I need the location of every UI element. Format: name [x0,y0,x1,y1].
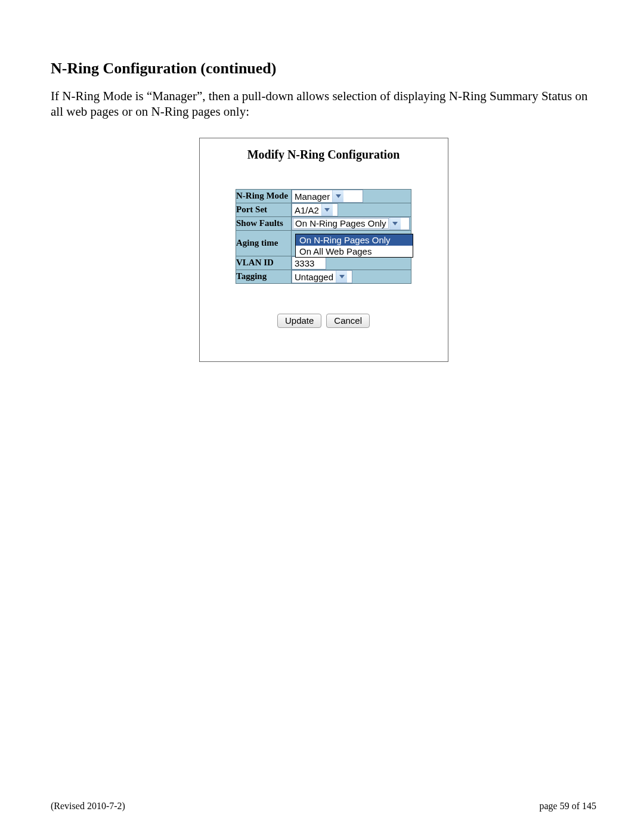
label-vlan-id: VLAN ID [236,256,292,270]
panel-wrap: Modify N-Ring Configuration N-Ring Mode … [51,138,596,362]
footer-page: page 59 of 145 [539,801,596,812]
section-title: N-Ring Configuration (continued) [51,60,596,78]
nring-mode-select[interactable]: Manager [292,190,363,203]
config-panel: Modify N-Ring Configuration N-Ring Mode … [199,138,448,362]
vlan-id-input[interactable]: 3333 [292,256,326,270]
tagging-select[interactable]: Untagged [292,270,352,283]
config-form-table: N-Ring Mode Manager Port Set [236,189,411,284]
label-show-faults: Show Faults [236,216,292,230]
row-nring-mode: N-Ring Mode Manager [236,189,411,203]
page-footer: (Revised 2010-7-2) page 59 of 145 [51,801,596,812]
cancel-button[interactable]: Cancel [326,314,370,328]
document-page: N-Ring Configuration (continued) If N-Ri… [0,0,644,833]
field-cell-port-set: A1/A2 [292,203,411,216]
field-cell-tagging: Untagged [292,270,411,283]
vlan-id-value: 3333 [295,258,314,268]
row-port-set: Port Set A1/A2 [236,203,411,216]
button-row: Update Cancel [209,314,438,328]
field-cell-nring-mode: Manager [292,189,411,203]
port-set-value: A1/A2 [292,204,321,216]
row-vlan-id: VLAN ID 3333 [236,256,411,270]
show-faults-option[interactable]: On N-Ring Pages Only [296,234,413,246]
label-nring-mode: N-Ring Mode [236,189,292,203]
show-faults-option[interactable]: On All Web Pages [296,246,413,257]
update-button[interactable]: Update [277,314,321,328]
chevron-down-icon [389,218,401,230]
field-cell-vlan-id: 3333 [292,256,411,270]
port-set-select[interactable]: A1/A2 [292,203,338,216]
label-tagging: Tagging [236,270,292,283]
chevron-down-icon [332,190,343,202]
chevron-down-icon [321,204,333,216]
label-port-set: Port Set [236,203,292,216]
row-show-faults: Show Faults On N-Ring Pages Only On N-Ri… [236,216,411,230]
body-paragraph: If N-Ring Mode is “Manager”, then a pull… [51,88,596,120]
show-faults-select[interactable]: On N-Ring Pages Only [292,217,410,230]
nring-mode-value: Manager [292,190,332,202]
show-faults-value: On N-Ring Pages Only [293,218,389,229]
panel-title: Modify N-Ring Configuration [209,148,438,162]
tagging-value: Untagged [292,271,336,283]
show-faults-dropdown[interactable]: On N-Ring Pages Only On All Web Pages [295,234,413,258]
row-tagging: Tagging Untagged [236,270,411,283]
label-aging-time: Aging time [236,230,292,256]
chevron-down-icon [336,271,347,283]
footer-revised: (Revised 2010-7-2) [51,801,125,812]
field-cell-show-faults: On N-Ring Pages Only On N-Ring Pages Onl… [292,216,411,230]
